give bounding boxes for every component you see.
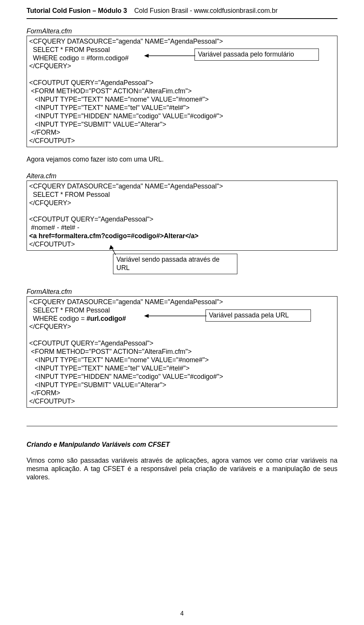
callout-url-variable: Variável sendo passada através de URL [113,254,237,274]
page-number: 4 [0,610,364,617]
filename-2: Altera.cfm [27,172,337,181]
paragraph-cfset: Vimos como são passadas variáveis atravé… [27,457,337,482]
page-header: Tutorial Cold Fusion – Módulo 3 Cold Fus… [27,7,337,17]
paragraph-url-intro: Agora vejamos como fazer isto com uma UR… [27,155,337,164]
header-subtitle: Cold Fusion Brasil - www.coldfusionbrasi… [134,7,278,14]
filename-3: FormAltera.cfm [27,288,337,296]
code-block-2: <CFQUERY DATASOURCE="agenda" NAME="Agend… [27,181,337,251]
header-title: Tutorial Cold Fusion – Módulo 3 [27,7,127,14]
section-rule [27,426,337,426]
callout-url-passed: Variável passada pela URL [206,309,311,322]
section-title: Criando e Manipulando Variáveis com CFSE… [27,441,337,449]
filename-1: FormAltera.cfm [27,27,337,36]
header-rule [27,18,337,19]
callout-form-variable: Variável passada pelo formulário [195,49,319,61]
